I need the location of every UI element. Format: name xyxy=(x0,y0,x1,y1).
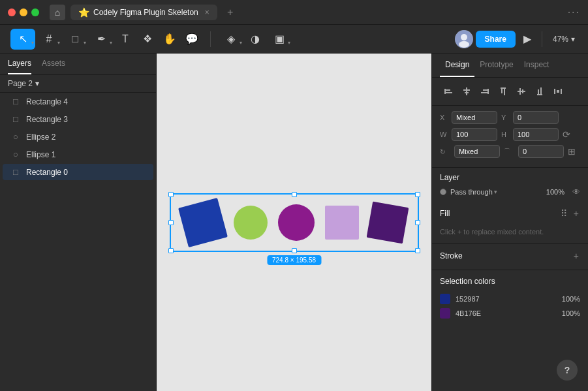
layer-visibility-button[interactable]: 👁 xyxy=(572,187,580,196)
close-window-button[interactable] xyxy=(8,8,16,16)
maximize-window-button[interactable] xyxy=(31,8,39,16)
pen-tool-button[interactable]: ✒ ▾ xyxy=(89,29,114,50)
layer-mode-selector[interactable]: Pass through ▾ xyxy=(450,188,542,196)
svg-rect-5 xyxy=(446,92,452,93)
share-button[interactable]: Share xyxy=(476,31,516,48)
resize-handle-bl[interactable] xyxy=(168,248,174,253)
x-input[interactable] xyxy=(452,111,497,124)
add-stroke-button[interactable]: + xyxy=(572,249,580,262)
h-label: H xyxy=(501,131,509,138)
align-left-button[interactable] xyxy=(440,83,457,100)
frame-tool-button[interactable]: # ▾ xyxy=(37,29,61,50)
layer-mode-dot xyxy=(440,189,446,195)
constrain-proportions-button[interactable]: ⟳ xyxy=(563,129,570,140)
selection-box: 724.8 × 195.58 xyxy=(170,193,419,252)
comment-icon: 💬 xyxy=(185,33,198,45)
rectangle-icon: □ xyxy=(10,114,21,124)
size-label: 724.8 × 195.58 xyxy=(267,255,321,265)
distribute-button[interactable] xyxy=(549,83,566,100)
individual-corners-button[interactable]: ⊞ xyxy=(568,146,576,157)
panel-tab-prototype[interactable]: Prototype xyxy=(474,54,518,77)
comment-tool-button[interactable]: 💬 xyxy=(181,29,202,50)
resize-handle-ml[interactable] xyxy=(168,220,174,225)
resize-handle-tl[interactable] xyxy=(168,192,174,197)
layer-mode-row: Pass through ▾ 100% 👁 xyxy=(432,185,588,199)
svg-rect-19 xyxy=(538,89,539,94)
color-hex-0: 152987 xyxy=(456,295,480,303)
panel-tab-design[interactable]: Design xyxy=(440,54,474,77)
text-tool-button[interactable]: T xyxy=(115,29,136,50)
y-input[interactable] xyxy=(513,111,559,124)
layer-item-rectangle4[interactable]: □ Rectangle 4 xyxy=(3,93,153,110)
tab-label: Codely Figma Plugin Skeleton xyxy=(93,8,198,17)
move-tool-button[interactable]: ↖ ▾ xyxy=(10,29,35,50)
layer-item-rectangle3[interactable]: □ Rectangle 3 xyxy=(3,111,153,127)
tool-arrow: ▾ xyxy=(57,40,60,46)
panel-tabs: Design Prototype Inspect xyxy=(432,54,588,78)
selection-colors-header: Selection colors xyxy=(432,270,588,289)
tab-close-button[interactable]: × xyxy=(205,8,209,17)
add-fill-button[interactable]: + xyxy=(572,207,580,220)
w-input[interactable] xyxy=(452,128,497,141)
svg-rect-18 xyxy=(537,94,542,95)
panel-tab-inspect[interactable]: Inspect xyxy=(519,54,555,77)
h-input[interactable] xyxy=(513,128,559,141)
align-top-button[interactable] xyxy=(495,83,512,100)
frame-icon: # xyxy=(46,33,52,45)
shape-icon: □ xyxy=(72,33,78,45)
zoom-control[interactable]: 47% ▾ xyxy=(548,32,580,46)
home-button[interactable]: ⌂ xyxy=(50,5,65,20)
shape-blue-rectangle xyxy=(178,198,228,247)
svg-rect-16 xyxy=(519,88,521,95)
resize-handle-tm[interactable] xyxy=(292,192,297,197)
align-center-h-button[interactable] xyxy=(458,83,475,100)
titlebar: ⌂ ⭐ Codely Figma Plugin Skeleton × + ··· xyxy=(0,0,588,25)
svg-point-2 xyxy=(459,41,469,48)
rotation-input[interactable] xyxy=(454,145,500,158)
x-label: X xyxy=(440,114,448,121)
stroke-section-title: Stroke xyxy=(440,251,463,260)
shape-tool-button[interactable]: □ ▾ xyxy=(63,29,87,50)
layer-item-ellipse1[interactable]: ○ Ellipse 1 xyxy=(3,146,153,163)
play-button[interactable]: ▶ xyxy=(518,30,536,48)
corner-radius-input[interactable] xyxy=(518,145,564,158)
theme-tool-button[interactable]: ◑ xyxy=(245,29,266,50)
resize-handle-mr[interactable] xyxy=(415,220,420,225)
tool-arrow: ▾ xyxy=(288,40,290,46)
layer-mode-label: Pass through xyxy=(450,188,493,196)
shape-dark-purple-rectangle xyxy=(366,201,409,243)
align-bottom-button[interactable] xyxy=(531,83,548,100)
more-options-button[interactable]: ··· xyxy=(568,7,580,18)
layer-item-rectangle0[interactable]: □ Rectangle 0 xyxy=(3,164,153,180)
sidebar-tab-layers[interactable]: Layers xyxy=(8,59,31,74)
sidebar-tab-assets[interactable]: Assets xyxy=(42,59,65,74)
new-tab-button[interactable]: + xyxy=(223,5,238,20)
color-swatch-0[interactable] xyxy=(440,294,450,304)
svg-rect-3 xyxy=(444,89,446,94)
layer-name: Rectangle 4 xyxy=(26,97,68,106)
hand-tool-button[interactable]: ✋ xyxy=(159,29,180,50)
fill-tool-button[interactable]: ▣ ▾ xyxy=(267,29,292,50)
layer-section-header: Layer xyxy=(432,168,588,185)
resize-handle-tr[interactable] xyxy=(415,192,420,197)
layer-section-title: Layer xyxy=(440,173,459,182)
page-selector[interactable]: Page 2 ▾ xyxy=(0,75,156,93)
align-middle-v-button[interactable] xyxy=(513,83,530,100)
component-tool-button[interactable]: ❖ xyxy=(137,29,158,50)
color-swatch-1[interactable] xyxy=(440,308,450,319)
layer-item-ellipse2[interactable]: ○ Ellipse 2 xyxy=(3,129,153,145)
user-avatar[interactable] xyxy=(455,30,473,48)
canvas[interactable]: 724.8 × 195.58 xyxy=(157,54,431,391)
resize-handle-bm[interactable] xyxy=(292,248,297,253)
browser-tab[interactable]: ⭐ Codely Figma Plugin Skeleton × xyxy=(70,5,217,20)
plugins-icon: ◈ xyxy=(227,33,235,45)
resize-handle-br[interactable] xyxy=(415,248,420,253)
help-button[interactable]: ? xyxy=(557,360,578,381)
align-right-button[interactable] xyxy=(476,83,493,100)
minimize-window-button[interactable] xyxy=(20,8,27,16)
sidebar-tabs: Layers Assets xyxy=(0,54,156,75)
fill-options-button[interactable]: ⠿ xyxy=(559,207,568,220)
pen-icon: ✒ xyxy=(97,33,106,45)
position-size-props: X Y W H ⟳ ↻ ⌒ ⊞ xyxy=(432,106,588,168)
plugins-tool-button[interactable]: ◈ ▾ xyxy=(219,29,243,50)
